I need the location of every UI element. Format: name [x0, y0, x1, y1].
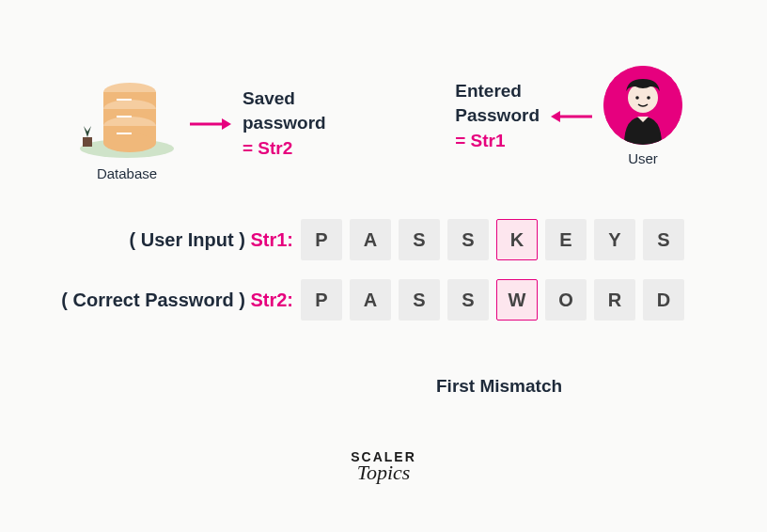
char-cell: E — [545, 219, 587, 260]
user-label: User — [628, 150, 658, 166]
svg-point-18 — [635, 96, 639, 100]
database-wrap: Database — [75, 66, 179, 181]
str1-row-label: ( User Input ) Str1: — [56, 229, 301, 251]
entered-line1: Entered — [455, 79, 540, 104]
str2-cells: PASSWORD — [301, 279, 684, 321]
database-group: Database Saved password = Str2 — [75, 66, 326, 181]
entered-line2: Password — [455, 103, 540, 129]
saved-line1: Saved — [243, 86, 326, 112]
svg-marker-15 — [551, 111, 560, 122]
char-cell: O — [545, 279, 587, 321]
char-cell: S — [399, 279, 440, 321]
saved-password-text: Saved password = Str2 — [243, 86, 326, 162]
user-group: Entered Password = Str1 User — [455, 66, 682, 166]
str2-row: ( Correct Password ) Str2: PASSWORD — [56, 279, 711, 321]
char-cell: S — [447, 279, 489, 321]
svg-point-8 — [103, 133, 156, 152]
char-cell: A — [350, 219, 391, 260]
str2-row-label: ( Correct Password ) Str2: — [56, 289, 301, 311]
char-cell: K — [496, 219, 538, 260]
user-wrap: User — [603, 66, 682, 166]
char-cell: S — [399, 219, 440, 260]
svg-point-19 — [647, 96, 650, 100]
top-row: Database Saved password = Str2 Entered P… — [0, 0, 767, 181]
char-cell: A — [350, 279, 391, 321]
database-icon — [75, 66, 179, 160]
database-label: Database — [97, 165, 157, 181]
user-avatar-icon — [603, 66, 682, 145]
str1-cells: PASSKEYS — [301, 219, 684, 260]
svg-marker-13 — [222, 118, 231, 130]
char-cell: S — [447, 219, 489, 260]
str2-name: Str2: — [250, 289, 293, 310]
entered-password-text: Entered Password = Str1 — [455, 79, 540, 154]
svg-rect-1 — [83, 137, 92, 147]
first-mismatch-label: First Mismatch — [436, 376, 562, 397]
char-cell: Y — [594, 219, 635, 260]
str1-name: Str1: — [250, 229, 293, 250]
arrow-left-icon — [551, 110, 592, 123]
logo-bottom: Topics — [351, 461, 416, 485]
arrow-right-icon — [190, 117, 231, 131]
entered-eq: = Str1 — [455, 129, 540, 154]
char-cell: P — [301, 219, 342, 260]
str1-prefix: ( User Input ) — [130, 229, 251, 250]
saved-line2: password — [243, 111, 326, 136]
char-cell: W — [496, 279, 538, 321]
char-cell: R — [594, 279, 635, 321]
str2-prefix: ( Correct Password ) — [61, 289, 250, 310]
comparison-area: ( User Input ) Str1: PASSKEYS ( Correct … — [0, 181, 767, 321]
char-cell: P — [301, 279, 342, 321]
char-cell: D — [643, 279, 684, 321]
scaler-topics-logo: SCALER Topics — [351, 449, 416, 485]
char-cell: S — [643, 219, 684, 260]
saved-eq: = Str2 — [243, 136, 326, 162]
str1-row: ( User Input ) Str1: PASSKEYS — [56, 219, 711, 260]
